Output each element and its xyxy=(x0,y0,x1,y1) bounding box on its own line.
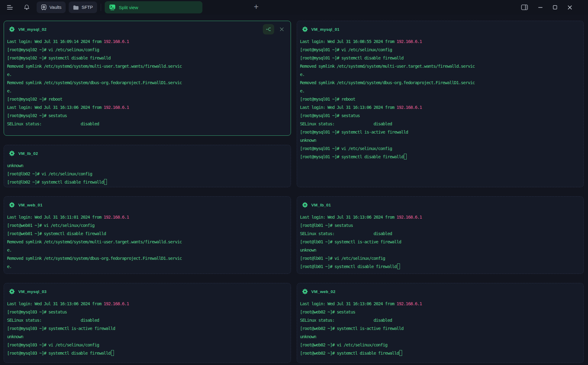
terminal-icon xyxy=(109,4,115,10)
distro-flower-icon xyxy=(302,202,308,208)
terminal-line: [root@mysql01 ~]# systemctl disable fire… xyxy=(300,54,579,62)
terminal-line: Last login: Wed Jul 31 16:13:06 2024 fro… xyxy=(300,300,579,308)
tab-split-view[interactable]: Split view xyxy=(105,1,202,13)
hamburger-menu-button[interactable] xyxy=(4,2,16,13)
minimize-button[interactable] xyxy=(538,5,543,9)
terminal-line: SELinux status: disabled xyxy=(300,230,579,238)
close-window-button[interactable] xyxy=(568,5,572,10)
terminal-panel-vm-web-02[interactable]: VM_web_02 Last login: Wed Jul 31 16:13:0… xyxy=(297,283,584,363)
terminal-panel-vm-mysql-01[interactable]: VM_mysql_01 Last login: Wed Jul 31 16:08… xyxy=(297,21,584,187)
terminal-line: Removed symlink /etc/systemd/system/mult… xyxy=(300,62,579,70)
terminal-line: unknown xyxy=(300,136,579,145)
terminal-line: [root@mysql03 ~]# vi /etc/selinux/config xyxy=(7,341,286,349)
terminal-line: e. xyxy=(7,263,286,271)
title-bar: Vaults SFTP Split view + xyxy=(0,0,588,15)
terminal-output[interactable]: Last login: Wed Jul 31 16:11:01 2024 fro… xyxy=(7,213,286,271)
terminal-line: e. xyxy=(300,70,579,79)
new-tab-button[interactable]: + xyxy=(251,3,261,12)
ip-highlight: 192.168.6.1 xyxy=(103,105,129,110)
vaults-button[interactable]: Vaults xyxy=(37,2,66,13)
distro-flower-icon xyxy=(9,202,15,208)
terminal-output[interactable]: Last login: Wed Jul 31 16:13:06 2024 fro… xyxy=(7,300,286,357)
sftp-button-label: SFTP xyxy=(82,5,93,10)
terminal-line: Last login: Wed Jul 31 16:13:06 2024 fro… xyxy=(7,103,286,112)
terminal-output[interactable]: Last login: Wed Jul 31 16:13:06 2024 fro… xyxy=(300,213,579,271)
terminal-title: VM_lb_01 xyxy=(311,203,331,207)
terminal-line: Last login: Wed Jul 31 16:13:06 2024 fro… xyxy=(300,213,579,221)
terminal-line: [root@lb01 ~]# vi /etc/selinux/config xyxy=(300,254,579,263)
terminal-title: VM_mysql_03 xyxy=(18,289,47,294)
terminal-panel-header: VM_lb_01 xyxy=(300,201,579,209)
terminal-line: unknown xyxy=(300,333,579,341)
folder-icon xyxy=(73,5,79,10)
terminal-output[interactable]: Last login: Wed Jul 31 16:08:55 2024 fro… xyxy=(300,38,579,161)
terminal-line: Removed symlink /etc/systemd/system/dbus… xyxy=(300,79,579,87)
vault-icon xyxy=(41,4,47,10)
terminal-panel-header: VM_web_02 xyxy=(300,287,579,296)
terminal-line: [root@mysql01 ~]# systemctl is-active fi… xyxy=(300,128,579,136)
terminal-line: Last login: Wed Jul 31 16:09:14 2024 fro… xyxy=(7,38,286,46)
hamburger-icon xyxy=(7,5,13,10)
terminal-line: [root@mysql01 ~]# sestatus xyxy=(300,112,579,120)
terminal-title: VM_web_01 xyxy=(18,203,42,207)
terminal-panel-vm-web-01[interactable]: VM_web_01 Last login: Wed Jul 31 16:11:0… xyxy=(4,196,291,274)
terminal-output[interactable]: Last login: Wed Jul 31 16:13:06 2024 fro… xyxy=(300,300,579,357)
terminal-line: Last login: Wed Jul 31 16:13:06 2024 fro… xyxy=(300,103,579,112)
split-session-button[interactable] xyxy=(263,24,274,34)
terminal-output[interactable]: unknown[root@lb02 ~]# vi /etc/selinux/co… xyxy=(7,162,286,186)
terminal-line: SELinux status: disabled xyxy=(300,120,579,128)
terminal-line: [root@lb01 ~]# systemctl disable firewal… xyxy=(300,263,579,271)
toggle-sidebar-button[interactable] xyxy=(521,5,528,10)
notifications-button[interactable] xyxy=(21,2,32,13)
terminal-cursor xyxy=(404,154,407,159)
terminal-line: [root@mysql03 ~]# sestatus xyxy=(7,308,286,316)
vaults-button-label: Vaults xyxy=(49,5,61,10)
terminal-line: [root@web02 ~]# systemctl disable firewa… xyxy=(300,349,579,357)
terminal-line: [root@lb01 ~]# systemctl is-active firew… xyxy=(300,238,579,246)
terminal-panel-vm-lb-01[interactable]: VM_lb_01 Last login: Wed Jul 31 16:13:06… xyxy=(297,196,584,274)
terminal-title: VM_web_02 xyxy=(311,289,336,294)
terminal-line: unknown xyxy=(7,333,286,341)
minimize-icon xyxy=(538,5,543,9)
panel-layout-icon xyxy=(521,5,528,10)
terminal-line: e. xyxy=(7,70,286,79)
terminal-output[interactable]: Last login: Wed Jul 31 16:09:14 2024 fro… xyxy=(7,38,286,128)
terminal-line: e. xyxy=(7,246,286,254)
maximize-button[interactable] xyxy=(553,5,557,9)
sftp-button[interactable]: SFTP xyxy=(69,2,97,13)
terminal-line: [root@lb02 ~]# systemctl disable firewal… xyxy=(7,178,286,186)
bell-icon xyxy=(24,4,30,11)
terminal-line: unknown xyxy=(300,246,579,254)
terminal-panel-vm-mysql-02[interactable]: VM_mysql_02 Last lo xyxy=(4,21,291,136)
split-column-left: VM_mysql_02 Last lo xyxy=(4,21,291,363)
terminal-cursor xyxy=(397,263,400,269)
ip-highlight: 192.168.6.1 xyxy=(103,39,129,44)
close-icon xyxy=(568,5,572,10)
terminal-line: [root@mysql03 ~]# systemctl is-active fi… xyxy=(7,324,286,333)
distro-flower-icon xyxy=(302,26,308,32)
topbar-separator xyxy=(101,4,101,11)
terminal-line: [root@web02 ~]# vi /etc/selinux/config xyxy=(300,341,579,349)
terminal-line: Removed symlink /etc/systemd/system/mult… xyxy=(7,238,286,246)
distro-flower-icon xyxy=(302,288,308,295)
terminal-line: Last login: Wed Jul 31 16:11:01 2024 fro… xyxy=(7,213,286,221)
terminal-panel-vm-lb-02[interactable]: VM_lb_02 unknown[root@lb02 ~]# vi /etc/s… xyxy=(4,145,291,187)
terminal-panel-vm-mysql-03[interactable]: VM_mysql_03 Last login: Wed Jul 31 16:13… xyxy=(4,283,291,363)
close-terminal-button[interactable] xyxy=(278,25,286,33)
terminal-line: [root@mysql01 ~]# reboot xyxy=(300,95,579,103)
ip-highlight: 192.168.6.1 xyxy=(397,301,422,306)
terminal-cursor xyxy=(399,350,402,356)
ip-highlight: 192.168.6.1 xyxy=(397,105,422,110)
terminal-line: [root@mysql02 ~]# systemctl disable fire… xyxy=(7,54,286,62)
terminal-line: [root@mysql02 ~]# sestatus xyxy=(7,112,286,120)
ip-highlight: 192.168.6.1 xyxy=(397,215,422,220)
terminal-panel-header: VM_web_01 xyxy=(7,201,286,209)
split-view-grid: VM_mysql_02 Last lo xyxy=(0,15,588,363)
ip-highlight: 192.168.6.1 xyxy=(103,301,129,306)
distro-flower-icon xyxy=(9,288,15,295)
terminal-line: e. xyxy=(300,87,579,95)
terminal-line: Last login: Wed Jul 31 16:13:06 2024 fro… xyxy=(7,300,286,308)
terminal-line: [root@mysql02 ~]# reboot xyxy=(7,95,286,103)
terminal-line: SELinux status: disabled xyxy=(300,316,579,324)
terminal-line: SELinux status: disabled xyxy=(7,316,286,324)
